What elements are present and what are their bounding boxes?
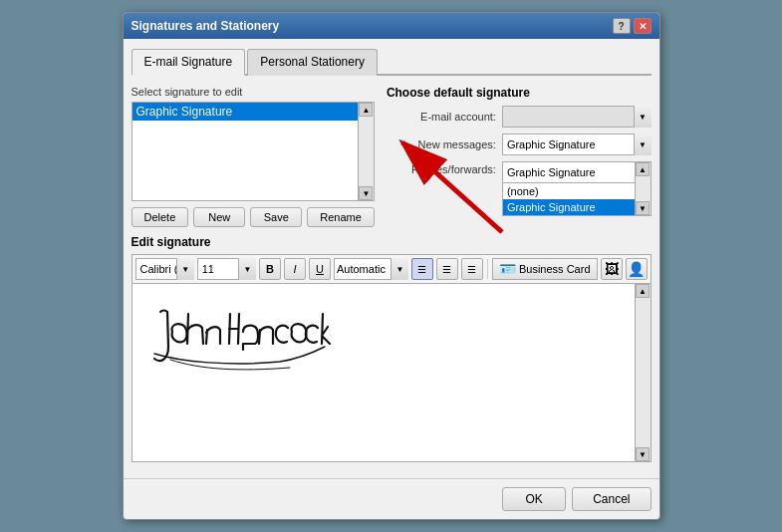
dialog-footer: OK Cancel [124, 478, 659, 519]
editor-scroll-up[interactable]: ▲ [636, 284, 650, 298]
delete-button[interactable]: Delete [131, 207, 189, 227]
extra-button[interactable]: 👤 [626, 258, 648, 280]
sig-content [132, 284, 651, 402]
sig-buttons: Delete New Save Rename [131, 207, 375, 227]
signature-svg [140, 292, 340, 392]
business-card-button[interactable]: 🪪 Business Card [492, 258, 598, 280]
bold-button[interactable]: B [259, 258, 281, 280]
toolbar-divider [487, 259, 488, 279]
dialog-title: Signatures and Stationery [131, 19, 280, 33]
size-select[interactable]: 11 [197, 258, 256, 280]
replies-dropdown-list[interactable]: (none) Graphic Signature [502, 183, 636, 216]
new-messages-select[interactable]: Graphic Signature [502, 133, 652, 155]
replies-scroll-down[interactable]: ▼ [636, 201, 650, 215]
image-button[interactable]: 🖼 [601, 258, 623, 280]
replies-row: Replies/forwards: Graphic Signature (non… [387, 161, 652, 216]
editor-container: ▲ ▼ [131, 283, 652, 462]
replies-option-none[interactable]: (none) [503, 183, 635, 199]
editor-scroll-down[interactable]: ▼ [636, 447, 650, 461]
signature-item-graphic[interactable]: Graphic Signature [132, 103, 358, 121]
tab-email-signature[interactable]: E-mail Signature [131, 49, 246, 76]
help-button[interactable]: ? [613, 18, 631, 34]
email-account-input[interactable] [502, 106, 652, 128]
email-account-label: E-mail account: [387, 111, 496, 123]
biz-card-icon: 🪪 [499, 261, 516, 277]
align-center-button[interactable]: ☰ [436, 258, 458, 280]
title-bar: Signatures and Stationery ? ✕ [124, 13, 659, 39]
align-right-button[interactable]: ☰ [461, 258, 483, 280]
title-controls: ? ✕ [613, 18, 652, 34]
edit-sig-section: Edit signature Calibri (Body) ▼ 11 ▼ B I [131, 235, 652, 462]
color-select-wrap: Automatic ▼ [334, 258, 408, 280]
new-messages-label: New messages: [387, 138, 496, 150]
choose-sig-title: Choose default signature [387, 86, 652, 100]
email-account-row: E-mail account: ▼ [387, 106, 652, 128]
new-messages-row: New messages: Graphic Signature ▼ [387, 133, 652, 155]
editor-scrollbar[interactable]: ▲ ▼ [635, 284, 651, 461]
scroll-up[interactable]: ▲ [359, 103, 373, 117]
replies-scroll-up[interactable]: ▲ [636, 162, 650, 176]
color-select[interactable]: Automatic [334, 258, 408, 280]
edit-sig-label: Edit signature [131, 235, 652, 249]
replies-value-text: Graphic Signature [507, 166, 596, 178]
replies-list[interactable]: Graphic Signature (none) Graphic Signatu… [502, 161, 636, 216]
font-select-wrap: Calibri (Body) ▼ [135, 258, 194, 280]
replies-scroll-track [636, 176, 651, 201]
size-select-wrap: 11 ▼ [197, 258, 256, 280]
ok-button[interactable]: OK [502, 487, 566, 511]
scroll-down[interactable]: ▼ [359, 186, 373, 200]
replies-scrollbar[interactable]: ▲ ▼ [636, 161, 652, 216]
tab-personal-stationery[interactable]: Personal Stationery [247, 49, 378, 76]
align-left-button[interactable]: ☰ [411, 258, 433, 280]
save-button[interactable]: Save [250, 207, 302, 227]
replies-label: Replies/forwards: [387, 161, 496, 175]
underline-button[interactable]: U [309, 258, 331, 280]
cancel-button[interactable]: Cancel [572, 487, 651, 511]
tab-bar: E-mail Signature Personal Stationery [131, 47, 652, 76]
biz-card-label: Business Card [519, 263, 591, 275]
replies-dropdown: Graphic Signature (none) Graphic Signatu… [502, 161, 652, 216]
email-account-select-wrap: ▼ [502, 106, 652, 128]
close-button[interactable]: ✕ [634, 18, 652, 34]
editor-scroll-track [636, 298, 651, 447]
scroll-track [359, 117, 374, 186]
sig-toolbar: Calibri (Body) ▼ 11 ▼ B I U Automatic [131, 254, 652, 283]
new-button[interactable]: New [193, 207, 245, 227]
rename-button[interactable]: Rename [307, 207, 375, 227]
new-messages-select-wrap: Graphic Signature ▼ [502, 133, 652, 155]
replies-dropdown-container: Graphic Signature (none) Graphic Signatu… [502, 161, 652, 216]
replies-selected-value[interactable]: Graphic Signature [502, 161, 636, 183]
signature-list[interactable]: Graphic Signature [131, 102, 359, 201]
select-sig-label: Select signature to edit [131, 86, 375, 98]
sig-list-scrollbar[interactable]: ▲ ▼ [359, 102, 375, 201]
font-select[interactable]: Calibri (Body) [135, 258, 194, 280]
italic-button[interactable]: I [284, 258, 306, 280]
signature-editor[interactable]: ▲ ▼ [131, 283, 652, 462]
replies-option-graphic[interactable]: Graphic Signature [503, 199, 635, 215]
